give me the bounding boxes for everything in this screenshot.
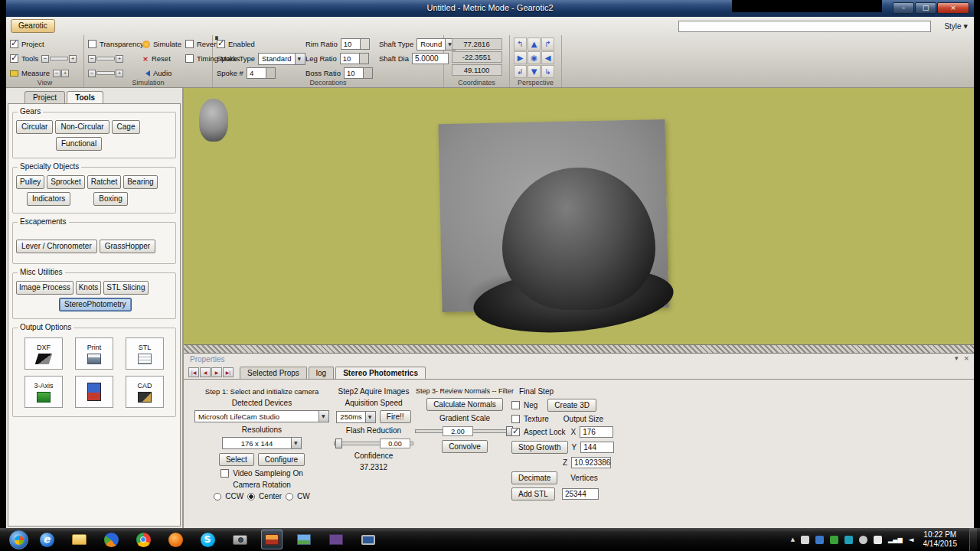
dropdown-arrow-icon[interactable] (318, 411, 328, 422)
speed-stepper[interactable]: − + (88, 70, 123, 77)
stepper-plus-icon[interactable]: + (69, 55, 77, 63)
print-output-button[interactable]: Print (75, 337, 113, 370)
bearing-button[interactable]: Bearing (123, 175, 157, 189)
gradient-scale-slider[interactable]: 2.00 (415, 425, 514, 437)
taskbar-camera-icon[interactable] (229, 530, 250, 549)
circular-button[interactable]: Circular (16, 120, 53, 134)
speed-select[interactable]: 250ms (336, 411, 376, 423)
indicators-button[interactable]: Indicators (27, 192, 70, 206)
stepper-minus-icon[interactable]: − (88, 55, 96, 63)
stepper-plus-icon[interactable]: + (61, 70, 69, 77)
texture-checkbox[interactable] (511, 415, 520, 423)
sidebar-tab-project[interactable]: Project (24, 91, 65, 103)
aspect-lock-checkbox[interactable] (511, 428, 520, 436)
taskbar-video-app-icon[interactable] (325, 530, 347, 549)
slider-track[interactable] (96, 57, 115, 60)
taskbar-display-icon[interactable] (358, 530, 379, 549)
tab-log[interactable]: log (309, 367, 334, 379)
rim-ratio-spinner[interactable]: 10 (341, 38, 370, 50)
neg-checkbox[interactable] (511, 401, 520, 409)
taskbar-media-player-icon[interactable] (100, 530, 122, 549)
convolve-button[interactable]: Convolve (442, 440, 488, 453)
measure-label[interactable]: Measure (21, 69, 50, 77)
reset-label[interactable]: Reset (152, 54, 171, 63)
taskbar-ie-icon[interactable]: e (36, 530, 57, 549)
rotate-up-button[interactable]: ▲ (528, 37, 541, 51)
taskbar-chrome-icon[interactable] (132, 530, 154, 549)
calculate-normals-button[interactable]: Calculate Normals (426, 398, 503, 411)
rotate-up-left-button[interactable]: ↰ (514, 37, 527, 51)
tray-status-icon[interactable] (830, 536, 838, 544)
knots-button[interactable]: Knots (76, 281, 102, 295)
cad-output-button[interactable]: CAD (126, 376, 164, 408)
create-3d-button[interactable]: Create 3D (547, 399, 596, 412)
stepper-track[interactable] (96, 71, 115, 75)
rotate-up-right-button[interactable]: ↱ (541, 37, 554, 51)
non-circular-button[interactable]: Non-Circular (55, 120, 109, 134)
dropdown-arrow-icon[interactable] (295, 54, 305, 64)
tray-status-icon[interactable] (859, 536, 867, 544)
dropdown-arrow-icon[interactable] (291, 438, 301, 448)
spoke-count-spinner[interactable]: 4 (247, 67, 276, 79)
transparency-slider[interactable]: − + (88, 55, 123, 63)
timing-marks-checkbox[interactable] (185, 54, 194, 63)
rotate-left-button[interactable]: ◀ (541, 51, 554, 64)
enabled-checkbox[interactable] (217, 40, 225, 48)
rotate-down-right-button[interactable]: ↳ (541, 65, 554, 78)
dxf-output-button[interactable]: DXF (24, 337, 63, 370)
stepper-track[interactable] (50, 57, 68, 60)
z-size-input[interactable]: 10.923386 (571, 457, 611, 468)
select-camera-button[interactable]: Select (219, 453, 254, 466)
pulley-button[interactable]: Pulley (16, 175, 44, 189)
leg-ratio-spinner[interactable]: 10 (340, 53, 369, 64)
tab-selected-props[interactable]: Selected Props (240, 367, 307, 379)
rotate-right-button[interactable]: ▶ (514, 51, 527, 64)
rotate-down-button[interactable]: ▼ (528, 65, 541, 78)
last-tab-button[interactable]: ▶| (223, 367, 234, 377)
reset-view-button[interactable]: ◉ (528, 51, 541, 64)
tray-status-icon[interactable] (815, 536, 824, 544)
volume-icon[interactable]: ◄ (909, 536, 914, 543)
dropdown-arrow-icon[interactable] (365, 412, 375, 422)
gearotic-menu-button[interactable]: Gearotic (11, 19, 55, 33)
resolution-select[interactable]: 176 x 144 (222, 437, 302, 449)
taskbar-photos-icon[interactable] (293, 530, 315, 549)
stl-output-button[interactable]: STL (126, 337, 164, 370)
taskbar-explorer-icon[interactable] (68, 530, 90, 549)
stepper-minus-icon[interactable]: − (41, 55, 49, 63)
image-process-button[interactable]: Image Process (16, 281, 74, 295)
style-dropdown[interactable]: Style ▼ (944, 22, 968, 31)
shaft-dia-input[interactable]: 5.0000 (412, 53, 449, 64)
simulate-label[interactable]: Simulate (153, 40, 181, 48)
transparency-checkbox[interactable] (88, 40, 96, 48)
tab-stereo-photometrics[interactable]: Stereo Photometrics (335, 367, 426, 379)
configure-camera-button[interactable]: Configure (258, 453, 305, 466)
ccw-radio[interactable] (214, 493, 221, 500)
sidebar-tab-tools[interactable]: Tools (67, 91, 103, 103)
panel-close-icon[interactable]: × (963, 354, 969, 362)
x-size-input[interactable]: 176 (580, 426, 613, 438)
show-desktop-button[interactable] (969, 528, 977, 551)
rim-ratio-value[interactable]: 10 (341, 38, 361, 50)
fire-button[interactable]: Fire!! (380, 410, 411, 423)
sprocket-button[interactable]: Sprocket (47, 175, 84, 189)
boxing-button[interactable]: Boxing (93, 192, 128, 206)
spoke-count-value[interactable]: 4 (247, 67, 266, 79)
project-checkbox[interactable] (10, 40, 18, 48)
cage-button[interactable]: Cage (112, 120, 141, 134)
decimate-button[interactable]: Decimate (511, 471, 557, 484)
slider-thumb[interactable] (335, 439, 342, 448)
tools-checkbox[interactable] (10, 54, 18, 63)
tray-status-icon[interactable] (801, 536, 809, 544)
taskbar-skype-icon[interactable]: S (197, 530, 218, 549)
3axis-output-button[interactable]: 3-Axis (24, 376, 63, 408)
ratchet-button[interactable]: Ratchet (87, 175, 121, 189)
flash-reduction-slider[interactable]: 0.00 (334, 438, 413, 449)
prev-tab-button[interactable]: ◀ (200, 367, 211, 377)
reverse-checkbox[interactable] (185, 40, 194, 48)
spoke-type-select[interactable]: Standard (258, 53, 305, 65)
grasshopper-button[interactable]: GrassHopper (100, 240, 155, 253)
show-hidden-icons-button[interactable]: ▲ (791, 536, 795, 543)
taskbar-clock[interactable]: 10:22 PM 4/14/2015 (923, 530, 958, 549)
stepper-minus-icon[interactable]: − (88, 70, 96, 77)
